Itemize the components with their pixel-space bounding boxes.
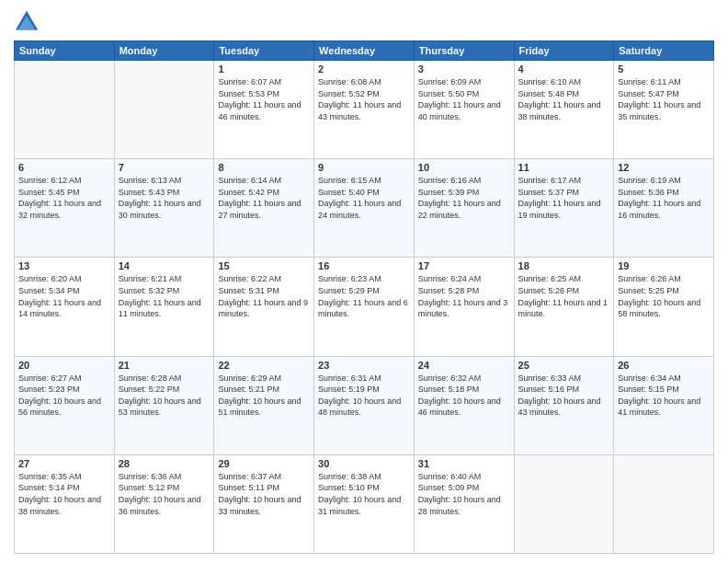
calendar-cell: 27Sunrise: 6:35 AM Sunset: 5:14 PM Dayli…	[15, 454, 115, 553]
calendar-cell: 1Sunrise: 6:07 AM Sunset: 5:53 PM Daylig…	[214, 61, 314, 159]
calendar-cell: 30Sunrise: 6:38 AM Sunset: 5:10 PM Dayli…	[314, 454, 415, 553]
day-info: Sunrise: 6:34 AM Sunset: 5:15 PM Dayligh…	[618, 373, 710, 419]
calendar-cell: 12Sunrise: 6:19 AM Sunset: 5:36 PM Dayli…	[614, 159, 714, 258]
day-info: Sunrise: 6:16 AM Sunset: 5:39 PM Dayligh…	[418, 175, 510, 221]
calendar-cell: 2Sunrise: 6:08 AM Sunset: 5:52 PM Daylig…	[314, 61, 415, 159]
day-info: Sunrise: 6:15 AM Sunset: 5:40 PM Dayligh…	[318, 175, 410, 221]
day-info: Sunrise: 6:21 AM Sunset: 5:32 PM Dayligh…	[119, 273, 210, 319]
calendar-cell: 19Sunrise: 6:26 AM Sunset: 5:25 PM Dayli…	[614, 258, 714, 356]
calendar-cell: 8Sunrise: 6:14 AM Sunset: 5:42 PM Daylig…	[214, 159, 314, 258]
calendar-header-tuesday: Tuesday	[214, 41, 314, 61]
calendar-cell: 22Sunrise: 6:29 AM Sunset: 5:21 PM Dayli…	[214, 356, 314, 454]
calendar-header-row: SundayMondayTuesdayWednesdayThursdayFrid…	[15, 41, 714, 61]
calendar-cell: 17Sunrise: 6:24 AM Sunset: 5:28 PM Dayli…	[414, 258, 514, 356]
calendar-cell: 23Sunrise: 6:31 AM Sunset: 5:19 PM Dayli…	[314, 356, 415, 454]
day-info: Sunrise: 6:20 AM Sunset: 5:34 PM Dayligh…	[18, 273, 110, 319]
day-number: 26	[618, 360, 710, 371]
day-number: 12	[618, 162, 710, 173]
calendar-cell	[514, 454, 614, 553]
day-number: 9	[318, 162, 410, 173]
day-info: Sunrise: 6:12 AM Sunset: 5:45 PM Dayligh…	[18, 175, 110, 221]
day-number: 14	[119, 260, 210, 271]
calendar-cell	[614, 454, 714, 553]
day-number: 29	[218, 458, 310, 469]
day-number: 24	[418, 360, 510, 371]
calendar-cell: 6Sunrise: 6:12 AM Sunset: 5:45 PM Daylig…	[15, 159, 115, 258]
day-info: Sunrise: 6:36 AM Sunset: 5:12 PM Dayligh…	[119, 471, 210, 517]
calendar-week-3: 13Sunrise: 6:20 AM Sunset: 5:34 PM Dayli…	[15, 258, 714, 356]
day-number: 20	[18, 360, 110, 371]
calendar-cell: 29Sunrise: 6:37 AM Sunset: 5:11 PM Dayli…	[214, 454, 314, 553]
day-number: 8	[218, 162, 310, 173]
day-number: 1	[218, 63, 310, 75]
day-info: Sunrise: 6:11 AM Sunset: 5:47 PM Dayligh…	[618, 76, 710, 122]
day-number: 18	[518, 260, 610, 271]
day-number: 15	[218, 260, 310, 271]
day-number: 13	[18, 260, 110, 271]
calendar-header-saturday: Saturday	[614, 41, 714, 61]
day-number: 30	[318, 458, 410, 469]
calendar-week-5: 27Sunrise: 6:35 AM Sunset: 5:14 PM Dayli…	[15, 454, 714, 553]
logo	[14, 9, 43, 35]
calendar-table: SundayMondayTuesdayWednesdayThursdayFrid…	[14, 40, 714, 554]
page: SundayMondayTuesdayWednesdayThursdayFrid…	[0, 0, 728, 563]
calendar-cell: 28Sunrise: 6:36 AM Sunset: 5:12 PM Dayli…	[114, 454, 214, 553]
day-number: 31	[418, 458, 510, 469]
day-number: 16	[318, 260, 410, 271]
day-info: Sunrise: 6:23 AM Sunset: 5:29 PM Dayligh…	[318, 273, 410, 319]
calendar-cell: 21Sunrise: 6:28 AM Sunset: 5:22 PM Dayli…	[114, 356, 214, 454]
day-info: Sunrise: 6:19 AM Sunset: 5:36 PM Dayligh…	[618, 175, 710, 221]
day-number: 23	[318, 360, 410, 371]
calendar-cell	[114, 61, 214, 159]
day-info: Sunrise: 6:22 AM Sunset: 5:31 PM Dayligh…	[218, 273, 310, 319]
day-info: Sunrise: 6:17 AM Sunset: 5:37 PM Dayligh…	[518, 175, 610, 221]
calendar-cell: 3Sunrise: 6:09 AM Sunset: 5:50 PM Daylig…	[414, 61, 514, 159]
day-info: Sunrise: 6:08 AM Sunset: 5:52 PM Dayligh…	[318, 76, 410, 122]
calendar-cell: 24Sunrise: 6:32 AM Sunset: 5:18 PM Dayli…	[414, 356, 514, 454]
day-number: 25	[518, 360, 610, 371]
header	[14, 9, 714, 35]
calendar-cell: 7Sunrise: 6:13 AM Sunset: 5:43 PM Daylig…	[114, 159, 214, 258]
day-info: Sunrise: 6:10 AM Sunset: 5:48 PM Dayligh…	[518, 76, 610, 122]
calendar-cell: 11Sunrise: 6:17 AM Sunset: 5:37 PM Dayli…	[514, 159, 614, 258]
day-number: 17	[418, 260, 510, 271]
day-info: Sunrise: 6:09 AM Sunset: 5:50 PM Dayligh…	[418, 76, 510, 122]
day-number: 7	[119, 162, 210, 173]
day-number: 11	[518, 162, 610, 173]
day-info: Sunrise: 6:28 AM Sunset: 5:22 PM Dayligh…	[119, 373, 210, 419]
day-number: 6	[18, 162, 110, 173]
day-info: Sunrise: 6:40 AM Sunset: 5:09 PM Dayligh…	[418, 471, 510, 517]
day-number: 3	[418, 63, 510, 75]
day-number: 4	[518, 63, 610, 75]
calendar-header-wednesday: Wednesday	[314, 41, 415, 61]
day-number: 2	[318, 63, 410, 75]
day-info: Sunrise: 6:25 AM Sunset: 5:26 PM Dayligh…	[518, 273, 610, 319]
day-info: Sunrise: 6:27 AM Sunset: 5:23 PM Dayligh…	[18, 373, 110, 419]
day-info: Sunrise: 6:13 AM Sunset: 5:43 PM Dayligh…	[119, 175, 210, 221]
calendar-cell: 14Sunrise: 6:21 AM Sunset: 5:32 PM Dayli…	[114, 258, 214, 356]
day-info: Sunrise: 6:38 AM Sunset: 5:10 PM Dayligh…	[318, 471, 410, 517]
day-number: 5	[618, 63, 710, 75]
day-number: 27	[18, 458, 110, 469]
day-number: 21	[119, 360, 210, 371]
day-info: Sunrise: 6:32 AM Sunset: 5:18 PM Dayligh…	[418, 373, 510, 419]
logo-icon	[14, 9, 40, 35]
calendar-cell: 16Sunrise: 6:23 AM Sunset: 5:29 PM Dayli…	[314, 258, 415, 356]
calendar-cell: 26Sunrise: 6:34 AM Sunset: 5:15 PM Dayli…	[614, 356, 714, 454]
calendar-header-monday: Monday	[114, 41, 214, 61]
day-info: Sunrise: 6:24 AM Sunset: 5:28 PM Dayligh…	[418, 273, 510, 319]
day-info: Sunrise: 6:35 AM Sunset: 5:14 PM Dayligh…	[18, 471, 110, 517]
calendar-cell: 25Sunrise: 6:33 AM Sunset: 5:16 PM Dayli…	[514, 356, 614, 454]
calendar-cell: 9Sunrise: 6:15 AM Sunset: 5:40 PM Daylig…	[314, 159, 415, 258]
calendar-cell: 10Sunrise: 6:16 AM Sunset: 5:39 PM Dayli…	[414, 159, 514, 258]
day-info: Sunrise: 6:07 AM Sunset: 5:53 PM Dayligh…	[218, 76, 310, 122]
day-info: Sunrise: 6:37 AM Sunset: 5:11 PM Dayligh…	[218, 471, 310, 517]
calendar-week-4: 20Sunrise: 6:27 AM Sunset: 5:23 PM Dayli…	[15, 356, 714, 454]
day-number: 28	[119, 458, 210, 469]
calendar-cell: 13Sunrise: 6:20 AM Sunset: 5:34 PM Dayli…	[15, 258, 115, 356]
calendar-cell: 18Sunrise: 6:25 AM Sunset: 5:26 PM Dayli…	[514, 258, 614, 356]
calendar-header-sunday: Sunday	[15, 41, 115, 61]
day-number: 19	[618, 260, 710, 271]
day-info: Sunrise: 6:29 AM Sunset: 5:21 PM Dayligh…	[218, 373, 310, 419]
calendar-cell: 20Sunrise: 6:27 AM Sunset: 5:23 PM Dayli…	[15, 356, 115, 454]
